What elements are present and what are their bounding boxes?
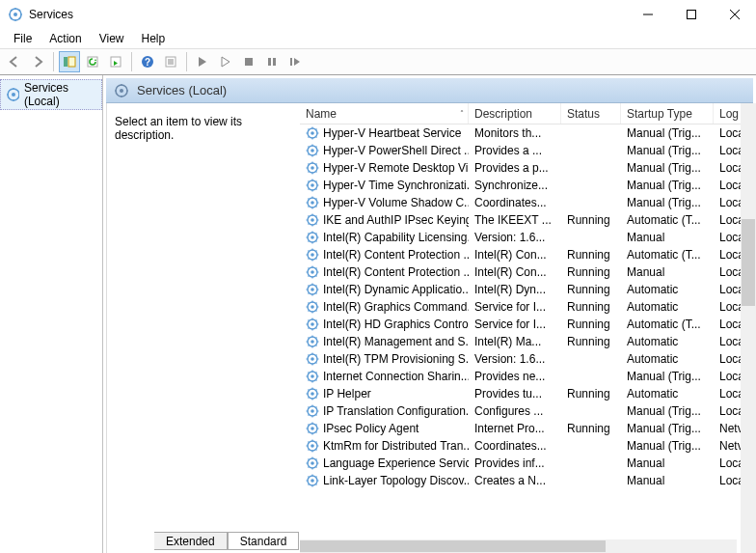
svg-point-53 [310, 374, 314, 378]
pause-service-button[interactable] [261, 51, 283, 72]
service-description: Intel(R) Con... [469, 265, 561, 279]
service-row[interactable]: Intel(R) Management and S...Intel(R) Ma.… [300, 333, 752, 350]
service-name: IKE and AuthIP IPsec Keying... [323, 213, 469, 227]
column-header-name[interactable]: Name˄ [300, 103, 469, 124]
service-row[interactable]: Link-Layer Topology Discov...Creates a N… [300, 472, 752, 489]
close-button[interactable] [713, 0, 756, 29]
forward-button[interactable] [27, 51, 48, 72]
service-row[interactable]: Intel(R) Content Protection ...Intel(R) … [300, 246, 752, 263]
service-row[interactable]: Intel(R) Graphics Command...Service for … [300, 298, 752, 316]
service-description: Synchronize... [469, 179, 561, 192]
menu-help[interactable]: Help [134, 30, 174, 47]
services-grid: Name˄DescriptionStatusStartup TypeLog˄ H… [300, 103, 752, 553]
service-status: Running [561, 265, 621, 279]
tab-standard[interactable]: Standard [228, 532, 300, 550]
svg-point-63 [310, 461, 314, 465]
back-button[interactable] [4, 51, 25, 72]
gear-icon [306, 196, 319, 209]
service-startup: Manual (Trig... [621, 161, 714, 175]
stop-service-button[interactable] [238, 51, 259, 72]
service-description: Creates a N... [469, 474, 561, 487]
service-row[interactable]: KtmRm for Distributed Tran...Coordinates… [300, 437, 752, 455]
service-row[interactable]: Hyper-V Heartbeat ServiceMonitors th...M… [300, 124, 752, 142]
service-row[interactable]: Intel(R) Content Protection ...Intel(R) … [300, 263, 752, 281]
service-row[interactable]: Language Experience ServiceProvides inf.… [300, 455, 752, 472]
help-button[interactable]: ? [137, 51, 158, 72]
service-name: Intel(R) Management and S... [323, 335, 469, 348]
service-startup: Automatic [621, 335, 714, 348]
service-startup: Automatic [621, 300, 714, 314]
service-startup: Manual [621, 474, 714, 487]
service-row[interactable]: Hyper-V Remote Desktop Vi...Provides a p… [300, 159, 752, 177]
service-name: Intel(R) Graphics Command... [323, 300, 469, 314]
service-row[interactable]: IP Translation Configuration...Configure… [300, 402, 752, 420]
column-header-status[interactable]: Status [561, 103, 621, 124]
service-description: Internet Pro... [469, 422, 561, 435]
description-text: Select an item to view its description. [115, 115, 242, 142]
service-description: Intel(R) Ma... [469, 335, 561, 348]
service-row[interactable]: Intel(R) HD Graphics Contro...Service fo… [300, 316, 752, 333]
show-hide-tree-button[interactable] [59, 51, 80, 72]
svg-point-43 [310, 288, 314, 291]
service-name: IP Translation Configuration... [323, 404, 469, 418]
service-row[interactable]: Hyper-V Time Synchronizati...Synchronize… [300, 177, 752, 194]
service-name: Intel(R) Content Protection ... [323, 248, 469, 262]
svg-point-21 [12, 93, 15, 97]
properties-button[interactable] [160, 51, 181, 72]
vertical-scrollbar[interactable] [741, 103, 756, 553]
gear-icon [306, 161, 319, 175]
gear-icon [306, 387, 319, 401]
svg-point-39 [310, 253, 314, 257]
refresh-button[interactable] [82, 51, 103, 72]
column-header-startup[interactable]: Startup Type [621, 103, 714, 124]
service-name: Hyper-V Volume Shadow C... [323, 196, 469, 209]
menu-file[interactable]: File [6, 30, 40, 47]
column-header-description[interactable]: Description [469, 103, 561, 124]
service-description: Version: 1.6... [469, 352, 561, 366]
gear-icon [306, 126, 319, 140]
menu-view[interactable]: View [92, 30, 132, 47]
service-description: Intel(R) Con... [469, 248, 561, 262]
export-list-button[interactable] [105, 51, 126, 72]
svg-point-57 [310, 409, 314, 413]
gear-icon [306, 352, 319, 366]
service-row[interactable]: Intel(R) Dynamic Applicatio...Intel(R) D… [300, 281, 752, 298]
service-description: Provides inf... [469, 456, 561, 470]
service-name: Intel(R) HD Graphics Contro... [323, 318, 469, 331]
play-alt-button[interactable] [215, 51, 236, 72]
tree-item-services-local[interactable]: Services (Local) [0, 79, 102, 110]
service-row[interactable]: Intel(R) TPM Provisioning S...Version: 1… [300, 350, 752, 368]
service-name: Hyper-V Time Synchronizati... [323, 179, 469, 192]
service-name: Intel(R) Capability Licensing... [323, 231, 469, 244]
horizontal-scrollbar[interactable] [300, 539, 737, 553]
gear-icon [306, 213, 319, 227]
svg-rect-7 [68, 57, 75, 67]
gear-icon [306, 318, 319, 331]
tab-extended[interactable]: Extended [154, 532, 228, 550]
minimize-button[interactable] [626, 0, 669, 29]
service-status: Running [561, 283, 621, 296]
service-name: Internet Connection Sharin... [323, 370, 469, 383]
start-service-button[interactable] [192, 51, 213, 72]
service-row[interactable]: Hyper-V Volume Shadow C...Coordinates...… [300, 194, 752, 211]
service-startup: Manual [621, 231, 714, 244]
service-row[interactable]: IKE and AuthIP IPsec Keying...The IKEEXT… [300, 211, 752, 229]
service-name: Intel(R) TPM Provisioning S... [323, 352, 469, 366]
service-row[interactable]: Internet Connection Sharin...Provides ne… [300, 368, 752, 385]
service-startup: Automatic (T... [621, 248, 714, 262]
service-name: IPsec Policy Agent [323, 422, 418, 435]
service-row[interactable]: Intel(R) Capability Licensing...Version:… [300, 229, 752, 246]
service-row[interactable]: Hyper-V PowerShell Direct ...Provides a … [300, 142, 752, 159]
service-startup: Automatic [621, 352, 714, 366]
service-row[interactable]: IPsec Policy AgentInternet Pro...Running… [300, 420, 752, 437]
gear-icon [306, 248, 319, 262]
service-startup: Manual (Trig... [621, 404, 714, 418]
service-row[interactable]: IP HelperProvides tu...RunningAutomaticL… [300, 385, 752, 402]
menu-action[interactable]: Action [41, 30, 89, 47]
service-description: Service for I... [469, 318, 561, 331]
details-header-label: Services (Local) [137, 83, 227, 97]
service-startup: Manual (Trig... [621, 370, 714, 383]
restart-service-button[interactable] [284, 51, 306, 72]
gear-icon [306, 439, 319, 453]
maximize-button[interactable] [669, 0, 713, 29]
